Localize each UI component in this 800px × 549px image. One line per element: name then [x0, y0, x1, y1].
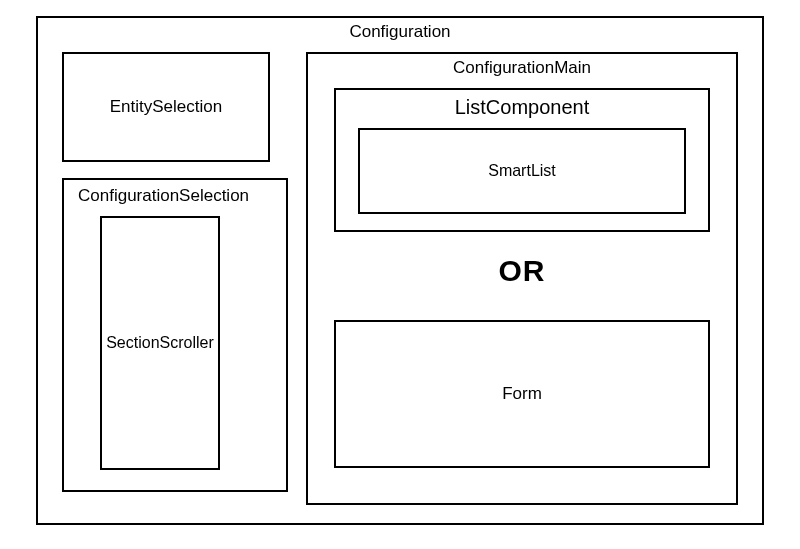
entity-selection-box: EntitySelection: [62, 52, 270, 162]
form-box: Form: [334, 320, 710, 468]
configuration-selection-label: ConfigurationSelection: [78, 186, 249, 206]
or-label: OR: [308, 254, 736, 288]
section-scroller-box: SectionScroller: [100, 216, 220, 470]
configuration-selection-box: ConfigurationSelection SectionScroller: [62, 178, 288, 492]
form-label: Form: [502, 384, 542, 404]
section-scroller-label: SectionScroller: [106, 334, 214, 352]
smart-list-box: SmartList: [358, 128, 686, 214]
configuration-box: Configuration EntitySelection Configurat…: [36, 16, 764, 525]
list-component-box: ListComponent SmartList: [334, 88, 710, 232]
configuration-main-box: ConfigurationMain ListComponent SmartLis…: [306, 52, 738, 505]
list-component-label: ListComponent: [336, 96, 708, 119]
configuration-label: Configuration: [38, 22, 762, 42]
entity-selection-label: EntitySelection: [110, 97, 222, 117]
configuration-main-label: ConfigurationMain: [308, 58, 736, 78]
smart-list-label: SmartList: [488, 162, 556, 180]
columns: EntitySelection ConfigurationSelection S…: [62, 52, 738, 505]
left-column: EntitySelection ConfigurationSelection S…: [62, 52, 288, 505]
page: Configuration EntitySelection Configurat…: [0, 0, 800, 549]
right-column: ConfigurationMain ListComponent SmartLis…: [306, 52, 738, 505]
